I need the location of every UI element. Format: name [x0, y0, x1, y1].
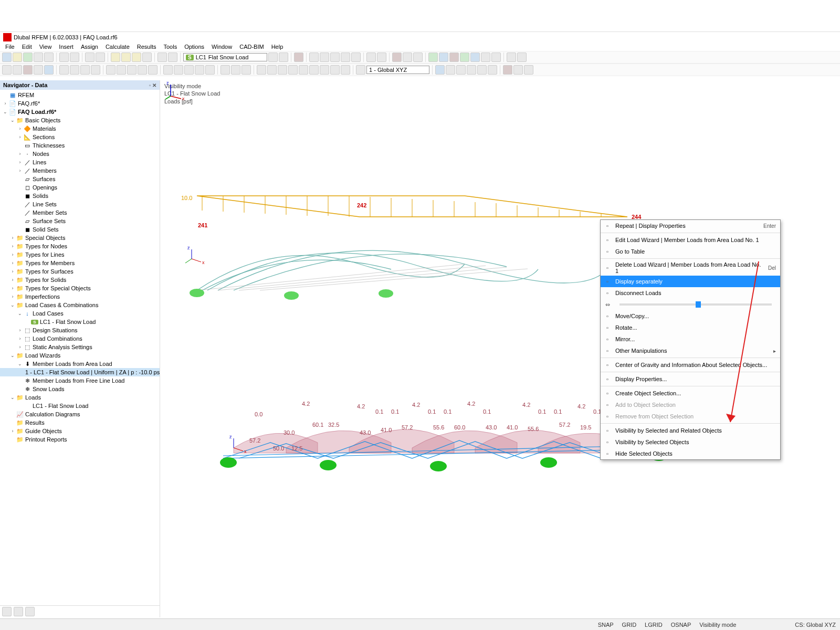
t2-16-icon[interactable]	[174, 65, 183, 75]
z-icon[interactable]	[439, 52, 448, 62]
navigator-controls[interactable]: ▫ ✕	[149, 82, 156, 88]
view-icon[interactable]	[158, 52, 167, 62]
save-icon[interactable]	[23, 52, 33, 62]
tree-item[interactable]: ›📄FAQ.rf6*	[0, 99, 160, 108]
t2-40-icon[interactable]	[513, 65, 523, 75]
t2-33-icon[interactable]	[435, 65, 445, 75]
calc3-icon[interactable]	[132, 52, 141, 62]
menu-results[interactable]: Results	[134, 43, 160, 51]
menu-options[interactable]: Options	[181, 43, 207, 51]
t2-19-icon[interactable]	[205, 65, 215, 75]
tree-item[interactable]: ⌄📁Loads	[0, 393, 160, 402]
cm-item[interactable]: ▫Repeat | Display PropertiesEnter	[601, 220, 780, 232]
misc7-icon[interactable]	[377, 52, 386, 62]
tree-item[interactable]: ◻Openings	[0, 183, 160, 192]
zz-icon[interactable]	[470, 52, 480, 62]
menu-tools[interactable]: Tools	[160, 43, 180, 51]
t2-22-icon[interactable]	[242, 65, 251, 75]
t2-1-icon[interactable]	[2, 65, 12, 75]
t2-11-icon[interactable]	[117, 65, 126, 75]
misc3-icon[interactable]	[330, 52, 340, 62]
t2-39-icon[interactable]	[503, 65, 512, 75]
print-icon[interactable]	[44, 52, 54, 62]
tree-item[interactable]: ›📁Types for Surfaces	[0, 267, 160, 276]
status-grid[interactable]: GRID	[622, 622, 637, 628]
nav-tab-eye-icon[interactable]	[14, 607, 23, 616]
misc9-icon[interactable]	[491, 52, 501, 62]
xx-icon[interactable]	[449, 52, 459, 62]
tree-item[interactable]: ／Line Sets	[0, 200, 160, 208]
t2-28-icon[interactable]	[309, 65, 319, 75]
status-snap[interactable]: SNAP	[598, 622, 614, 628]
tree-item[interactable]: ›⬚Load Combinations	[0, 334, 160, 343]
tree-item[interactable]: ›📁Types for Special Objects	[0, 284, 160, 292]
menu-edit[interactable]: Edit	[19, 43, 35, 51]
t2-27-icon[interactable]	[299, 65, 308, 75]
tree-item[interactable]: ▱Surface Sets	[0, 217, 160, 225]
menu-cad-bim[interactable]: CAD-BIM	[236, 43, 267, 51]
tree-item[interactable]: 📁Printout Reports	[0, 435, 160, 444]
t2-15-icon[interactable]	[163, 65, 173, 75]
tree-item[interactable]: LC1 - Flat Snow Load	[0, 402, 160, 410]
tree-item[interactable]: ›📁Special Objects	[0, 234, 160, 242]
yy-icon[interactable]	[460, 52, 469, 62]
tree-item[interactable]: ›📁Types for Lines	[0, 250, 160, 259]
cm-item[interactable]: ▫Go to Table	[601, 246, 780, 257]
t2-26-icon[interactable]	[288, 65, 298, 75]
tree-item[interactable]: ›📁Types for Nodes	[0, 242, 160, 250]
t2-29-icon[interactable]	[320, 65, 329, 75]
tree-item[interactable]: ›🔶Materials	[0, 124, 160, 133]
t2-25-icon[interactable]	[278, 65, 287, 75]
tree-item[interactable]: ⌄📁Load Cases & Combinations	[0, 301, 160, 309]
coord-selector[interactable]: 1 - Global XYZ	[366, 66, 429, 74]
status-osnap[interactable]: OSNAP	[671, 622, 691, 628]
tree-item[interactable]: ◼Solid Sets	[0, 225, 160, 234]
misc10-icon[interactable]	[517, 52, 527, 62]
viewport[interactable]: Visibility mode LC1 - Flat Snow Load Loa…	[160, 80, 840, 617]
t2-9-icon[interactable]	[91, 65, 100, 75]
tree-item[interactable]: ⌄⬇Member Loads from Area Load	[0, 360, 160, 368]
t2-14-icon[interactable]	[148, 65, 158, 75]
t2-24-icon[interactable]	[267, 65, 277, 75]
menu-window[interactable]: Window	[208, 43, 235, 51]
y-icon[interactable]	[428, 52, 438, 62]
prev-lc-icon[interactable]	[268, 52, 278, 62]
t2-4-icon[interactable]	[34, 65, 43, 75]
menu-file[interactable]: File	[2, 43, 18, 51]
tree-item[interactable]: ⌄📁Basic Objects	[0, 116, 160, 124]
t2-37-icon[interactable]	[477, 65, 487, 75]
x-icon[interactable]	[392, 52, 402, 62]
t2-10-icon[interactable]	[106, 65, 116, 75]
new-icon[interactable]	[2, 52, 12, 62]
navigator-tree[interactable]: ▦RFEM›📄FAQ.rf6*⌄📄FAQ Load.rf6*⌄📁Basic Ob…	[0, 90, 160, 605]
t2-3-icon[interactable]	[23, 65, 33, 75]
loadcase-selector[interactable]: S LC1 Flat Snow Load	[183, 53, 267, 61]
t2-17-icon[interactable]	[184, 65, 194, 75]
t2-38-icon[interactable]	[488, 65, 497, 75]
cm-item[interactable]: ▫Hide Selected Objects	[601, 448, 780, 459]
menu-help[interactable]: Help	[268, 43, 287, 51]
tree-item[interactable]: ›／Members	[0, 166, 160, 175]
calc2-icon[interactable]	[121, 52, 131, 62]
tree-item[interactable]: 1 - LC1 - Flat Snow Load | Uniform | ZA …	[0, 368, 160, 376]
cube2-icon[interactable]	[413, 52, 423, 62]
paste-icon[interactable]	[70, 52, 79, 62]
cm-item[interactable]: ▫Visibility by Selected Objects	[601, 436, 780, 448]
t2-5-icon[interactable]	[44, 65, 54, 75]
tree-item[interactable]: ⌄📁Load Wizards	[0, 351, 160, 360]
menu-assign[interactable]: Assign	[78, 43, 101, 51]
tree-item[interactable]: ›⬚Design Situations	[0, 326, 160, 334]
tree-item[interactable]: ›／Lines	[0, 158, 160, 166]
menu-insert[interactable]: Insert	[56, 43, 77, 51]
misc5-icon[interactable]	[351, 52, 361, 62]
view2-icon[interactable]	[168, 52, 177, 62]
tree-item[interactable]: ▦RFEM	[0, 91, 160, 99]
nav-tab-data-icon[interactable]	[2, 607, 12, 616]
open-icon[interactable]	[13, 52, 22, 62]
t2-8-icon[interactable]	[80, 65, 90, 75]
t2-12-icon[interactable]	[127, 65, 136, 75]
misc1-icon[interactable]	[309, 52, 319, 62]
tree-item[interactable]: ❄Snow Loads	[0, 385, 160, 393]
t2-2-icon[interactable]	[13, 65, 22, 75]
redo-icon[interactable]	[96, 52, 105, 62]
